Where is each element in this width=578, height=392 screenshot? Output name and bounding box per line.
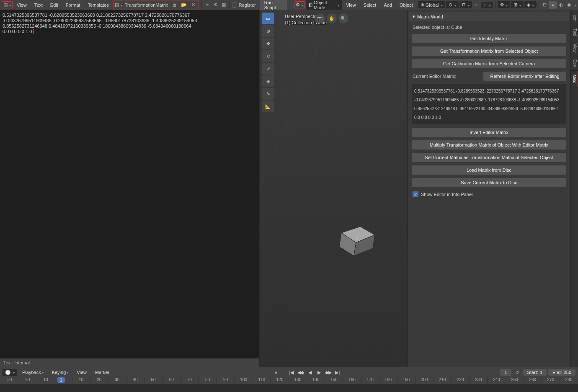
annotate-tool[interactable]: ✎ <box>262 88 274 100</box>
timeline-tick: 30 <box>108 377 126 384</box>
viewport-editor-type[interactable]: ⚙ <box>294 1 305 8</box>
shading-solid[interactable]: ● <box>549 1 557 9</box>
invert-matrix-button[interactable]: Invert Editor Matrix <box>412 128 566 137</box>
menu-edit[interactable]: Edit <box>47 1 62 9</box>
rotate-tool[interactable]: ⟲ <box>262 50 274 62</box>
scale-tool[interactable]: ⤢ <box>262 63 274 75</box>
magnet-icon: ⊓ <box>462 2 466 8</box>
timeline-tick: 100 <box>235 377 253 384</box>
tab-item[interactable]: Item <box>571 10 578 25</box>
new-text-icon[interactable]: 🗎 <box>170 1 179 9</box>
syntax-highlight-icon[interactable]: ▦ <box>220 1 227 9</box>
panel-header-matrix[interactable]: ▾ Matrix World <box>409 12 569 21</box>
jump-end-icon[interactable]: ▶| <box>334 369 341 376</box>
zoom-view-icon[interactable]: 🔍 <box>338 13 348 23</box>
menu-view[interactable]: View <box>13 1 30 9</box>
word-wrap-icon[interactable]: ⟲ <box>212 1 219 9</box>
menu-templates[interactable]: Templates <box>85 1 112 9</box>
gizmo-icon: ✥ <box>500 2 504 8</box>
get-calibration-button[interactable]: Get Calibration Matrix from Selected Cam… <box>412 59 566 68</box>
shading-rendered[interactable]: ◉ <box>565 1 573 9</box>
mode-selector[interactable]: ◧ Object Mode <box>306 0 342 11</box>
timeline-ruler[interactable]: -30-20-101102030405060708090100110120130… <box>0 377 578 392</box>
overlay-vis[interactable]: ⊞ <box>511 1 524 8</box>
set-transform-button[interactable]: Set Current Matrix as Transformation Mat… <box>412 153 566 162</box>
show-editor-checkbox-row[interactable]: ✓ Show Editor in Info Panel <box>409 190 569 199</box>
vp-menu-select[interactable]: Select <box>360 1 380 9</box>
tab-view[interactable]: View <box>571 40 578 57</box>
playhead[interactable]: 1 <box>57 377 65 383</box>
gizmo-vis[interactable]: ✥ <box>498 1 510 8</box>
get-identity-button[interactable]: Get Identity Matrix <box>412 34 566 43</box>
clock-icon: 🕑 <box>5 370 11 375</box>
load-matrix-button[interactable]: Load Matrix from Disc <box>412 165 566 175</box>
lock-range-icon[interactable]: ↺ <box>513 368 521 377</box>
tl-menu-marker[interactable]: Marker <box>92 369 113 376</box>
tl-menu-keying[interactable]: Keying <box>49 369 72 376</box>
refresh-matrix-button[interactable]: Refresh Editor Matrix after Editing <box>483 72 566 81</box>
timeline-editor-type[interactable]: 🕑 <box>3 369 17 376</box>
shading-wireframe[interactable]: ⊡ <box>541 1 549 9</box>
get-transform-button[interactable]: Get Transformation Matrix from Selected … <box>412 46 566 56</box>
current-frame-field[interactable]: 1 <box>500 369 511 376</box>
proportional-edit-icon[interactable]: ○ <box>473 1 480 9</box>
move-tool[interactable]: ✥ <box>262 38 274 49</box>
jump-prev-key-icon[interactable]: ◀◆ <box>297 369 304 376</box>
top-header: ▤ View Text Edit Format Templates ▤ Tran… <box>0 0 578 10</box>
globe-icon: ⊕ <box>421 2 424 8</box>
measure-tool[interactable]: 📐 <box>262 101 274 112</box>
run-script-button[interactable]: Run Script <box>260 0 287 11</box>
3d-viewport[interactable]: ▭ ⊕ ✥ ⟲ ⤢ ◈ ✎ 📐 User Perspective (1) Col… <box>260 10 407 367</box>
sliders-icon: ⚙ <box>296 2 300 8</box>
pivot-selector[interactable]: ⊙ <box>446 1 459 8</box>
proportional-falloff[interactable]: ∩ <box>481 2 493 8</box>
vp-menu-object[interactable]: Object <box>396 1 416 9</box>
transform-tool[interactable]: ◈ <box>262 75 274 87</box>
toolbar: ▭ ⊕ ✥ ⟲ ⤢ ◈ ✎ 📐 <box>262 13 274 112</box>
datablock-selector[interactable]: ▤ TransformationMatrix 🗎 📂 ✕ <box>113 0 199 10</box>
vp-menu-view[interactable]: View <box>343 1 359 9</box>
editor-type-selector[interactable]: ▤ <box>2 1 13 8</box>
text-editor-content[interactable]: 0.5147325396537781 -0.8289553523063660 0… <box>0 10 259 358</box>
selected-object-label: Selected object is: Cube <box>409 23 569 31</box>
register-checkbox[interactable]: Register <box>232 3 256 8</box>
menu-text[interactable]: Text <box>31 1 46 9</box>
timeline-tick: -20 <box>18 377 36 384</box>
svg-line-10 <box>260 82 407 114</box>
tab-misc[interactable]: Misc <box>571 71 578 87</box>
text-editor-icon: ▤ <box>3 2 8 8</box>
cursor-tool[interactable]: ⊕ <box>262 25 274 37</box>
jump-start-icon[interactable]: |◀ <box>288 369 295 376</box>
play-icon[interactable]: ▶ <box>315 369 323 376</box>
jump-next-key-icon[interactable]: ◆▶ <box>325 369 332 376</box>
tl-menu-view[interactable]: View <box>73 369 90 376</box>
timeline-tick: 280 <box>560 377 578 384</box>
xray-toggle[interactable]: ◈ <box>524 1 537 8</box>
checkbox-checked-icon[interactable]: ✓ <box>413 191 418 197</box>
vp-menu-add[interactable]: Add <box>380 1 395 9</box>
tl-menu-playback[interactable]: Playback <box>19 369 47 376</box>
cube-mesh[interactable] <box>333 218 379 258</box>
tab-tool[interactable]: Tool <box>571 25 578 40</box>
select-box-tool[interactable]: ▭ <box>262 13 274 24</box>
shading-matpreview[interactable]: ◐ <box>557 1 565 9</box>
line-numbers-icon[interactable]: ≡ <box>204 1 211 9</box>
open-text-icon[interactable]: 📂 <box>180 1 188 9</box>
auto-key-icon[interactable]: ● <box>272 368 280 377</box>
snap-selector[interactable]: ⊓ <box>459 1 472 8</box>
pan-view-icon[interactable]: ✋ <box>327 13 337 23</box>
tab-dev[interactable]: Dev <box>571 56 578 71</box>
text-filename[interactable]: TransformationMatrix <box>123 3 170 8</box>
save-matrix-button[interactable]: Save Current Matrix to Disc <box>412 178 566 187</box>
end-frame-field[interactable]: End:250 <box>548 369 575 376</box>
shading-dropdown[interactable] <box>574 3 576 8</box>
grid-floor <box>260 10 407 188</box>
menu-format[interactable]: Format <box>62 1 84 9</box>
multiply-matrix-button[interactable]: Multiply Transformation Matrix of Object… <box>412 140 566 150</box>
play-reverse-icon[interactable]: ◀ <box>306 369 314 376</box>
start-frame-field[interactable]: Start:1 <box>523 369 547 376</box>
camera-view-icon[interactable]: 📷 <box>315 13 325 23</box>
timeline-tick: 110 <box>253 377 271 384</box>
orientation-selector[interactable]: ⊕ Global <box>418 1 445 8</box>
unlink-text-icon[interactable]: ✕ <box>189 1 197 9</box>
